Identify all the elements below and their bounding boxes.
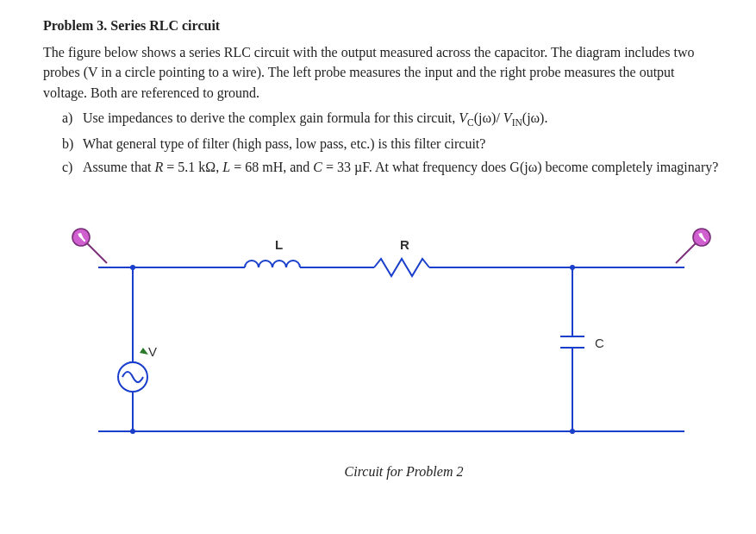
heading-title: Series RLC circuit xyxy=(110,18,220,33)
item-text: Assume that R = 5.1 kΩ, L = 68 mH, and C… xyxy=(83,160,718,174)
nodes xyxy=(130,265,575,434)
inductor-label: L xyxy=(275,237,283,252)
item-marker: a) xyxy=(62,108,72,128)
question-item-c: c) Assume that R = 5.1 kΩ, L = 68 mH, an… xyxy=(62,157,722,177)
capacitor-label: C xyxy=(595,336,604,350)
circuit-svg: L R C V xyxy=(47,211,719,453)
item-text: Use impedances to derive the complex gai… xyxy=(83,110,547,125)
problem-heading: Problem 3. Series RLC circuit xyxy=(43,16,722,35)
svg-line-16 xyxy=(87,243,107,263)
question-item-a: a) Use impedances to derive the complex … xyxy=(62,108,722,130)
question-list: a) Use impedances to derive the complex … xyxy=(43,108,722,177)
source-arrow-icon xyxy=(140,348,148,355)
svg-line-17 xyxy=(676,243,696,263)
svg-point-14 xyxy=(130,429,135,434)
item-marker: b) xyxy=(62,134,73,154)
circuit-figure: L R C V Circuit for Problem 2 xyxy=(43,211,722,481)
source-label: V xyxy=(148,344,157,359)
svg-point-12 xyxy=(130,265,135,270)
capacitor-branch xyxy=(560,267,584,431)
figure-caption: Circuit for Problem 2 xyxy=(43,462,722,481)
item-text: What general type of filter (high pass, … xyxy=(83,136,485,151)
resistor-label: R xyxy=(400,237,409,252)
output-probe-icon xyxy=(676,229,710,263)
top-wire xyxy=(98,259,684,276)
question-item-b: b) What general type of filter (high pas… xyxy=(62,134,722,154)
item-marker: c) xyxy=(62,157,72,177)
heading-prefix: Problem 3. xyxy=(43,18,107,33)
problem-intro: The figure below shows a series RLC circ… xyxy=(43,42,722,103)
svg-point-13 xyxy=(570,265,575,270)
input-probe-icon xyxy=(72,229,107,263)
svg-point-15 xyxy=(570,429,575,434)
